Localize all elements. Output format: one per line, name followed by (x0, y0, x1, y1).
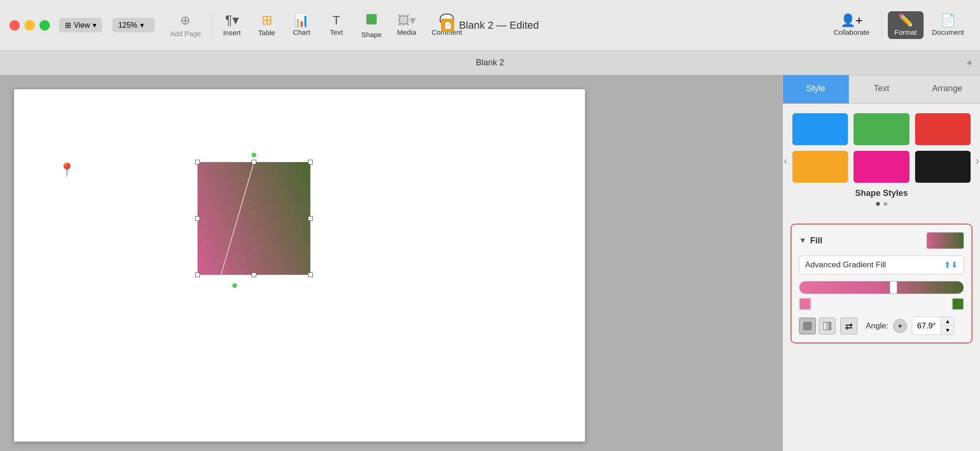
swap-button[interactable]: ⇄ (840, 318, 857, 334)
shape-styles-label: Shape Styles (792, 188, 971, 198)
color-stops (799, 298, 964, 310)
svg-rect-2 (804, 322, 811, 330)
collaborate-button[interactable]: 👤+ Collaborate (827, 11, 876, 39)
right-toolbar: 👤+ Collaborate ✏️ Format 📄 Document (827, 11, 971, 39)
fill-title: ▼ Fill (799, 236, 822, 246)
zoom-chevron-icon: ▾ (140, 21, 144, 30)
format-button[interactable]: ✏️ Format (888, 11, 924, 39)
gradient-line (198, 162, 310, 275)
table-button[interactable]: ⊞ Table (250, 11, 283, 39)
zoom-button[interactable]: 125% ▾ (112, 18, 155, 32)
handle-bottom-right[interactable] (308, 272, 313, 277)
fill-type-solid-icon (803, 321, 812, 331)
swap-icon: ⇄ (845, 320, 853, 332)
prev-styles-button[interactable]: ‹ (784, 155, 787, 167)
pagination-dots (792, 202, 971, 206)
media-icon: 🖼▾ (397, 14, 416, 26)
swatch-red[interactable] (915, 113, 971, 145)
fill-preview[interactable] (926, 232, 964, 249)
fill-panel: ▼ Fill Advanced Gradient Fill ⬆⬇ (790, 224, 972, 343)
gradient-track[interactable] (799, 281, 964, 294)
swatch-pink[interactable] (854, 151, 909, 183)
fill-type-buttons (799, 318, 836, 334)
angle-row: ⇄ Angle: 67.9° ▲ ▼ (799, 317, 964, 335)
right-panel: Style Text Arrange ‹ › Shape Styles (782, 75, 980, 451)
center-toolbar: ¶▾ Insert ⊞ Table 📊 Chart T Text Shape 🖼… (215, 9, 468, 41)
svg-rect-3 (823, 322, 831, 330)
gradient-slider-container (799, 281, 964, 310)
main-layout: 📍 (0, 75, 980, 451)
handle-middle-right[interactable] (308, 216, 313, 221)
dot-1 (876, 202, 880, 206)
fill-type-solid-btn[interactable] (799, 318, 816, 334)
view-icon: ⊞ (65, 21, 71, 30)
maximize-button[interactable] (40, 20, 50, 31)
handle-top-left[interactable] (195, 160, 200, 164)
angle-dial-dot (899, 325, 901, 327)
document-button[interactable]: 📄 Document (925, 11, 971, 39)
swatch-black[interactable] (915, 151, 971, 183)
media-button[interactable]: 🖼▾ Media (390, 11, 423, 39)
handle-middle-left[interactable] (195, 216, 200, 221)
svg-rect-0 (366, 14, 377, 24)
fill-type-dropdown[interactable]: Advanced Gradient Fill ⬆⬇ (799, 256, 964, 274)
color-stop-left[interactable] (799, 298, 811, 310)
app-icon: 📄 (441, 19, 454, 32)
swatch-blue[interactable] (792, 113, 848, 145)
left-toolbar: ⊞ View ▾ 125% ▾ ⊕ Add Page (59, 10, 207, 40)
next-styles-button[interactable]: › (976, 155, 979, 167)
gradient-shape[interactable] (198, 162, 310, 275)
collaborate-icon: 👤+ (840, 14, 862, 26)
svg-line-1 (221, 162, 254, 275)
add-page-button[interactable]: ⊕ Add Page (163, 10, 207, 40)
text-button[interactable]: T Text (320, 11, 353, 39)
gradient-control-bottom[interactable] (231, 282, 238, 289)
handle-top-center[interactable] (252, 160, 256, 164)
tab-style[interactable]: Style (783, 75, 849, 103)
style-swatches (792, 113, 971, 183)
minimize-button[interactable] (24, 20, 35, 31)
zoom-value: 125% (118, 21, 137, 30)
title-bar: ⊞ View ▾ 125% ▾ ⊕ Add Page ¶▾ Insert ⊞ T… (0, 0, 980, 51)
right-sep (882, 14, 882, 37)
swatch-green[interactable] (854, 113, 909, 145)
angle-stepper: ▲ ▼ (940, 317, 954, 334)
format-icon: ✏️ (898, 14, 913, 26)
shape-styles-area: ‹ › Shape Styles (783, 104, 980, 218)
add-page-icon: ⊕ (180, 13, 190, 28)
tab-title: Blank 2 (476, 58, 504, 68)
tab-arrange[interactable]: Arrange (914, 75, 980, 103)
chart-button[interactable]: 📊 Chart (285, 11, 318, 39)
tab-text[interactable]: Text (849, 75, 915, 103)
close-button[interactable] (9, 20, 20, 31)
angle-decrement-button[interactable]: ▼ (941, 326, 954, 334)
angle-label: Angle: (866, 321, 888, 331)
shape-button[interactable]: Shape (355, 9, 388, 41)
text-icon: T (332, 14, 340, 26)
view-button[interactable]: ⊞ View ▾ (59, 18, 102, 32)
angle-increment-button[interactable]: ▲ (941, 317, 954, 326)
chart-icon: 📊 (294, 14, 309, 26)
canvas-area[interactable]: 📍 (0, 75, 782, 451)
tab-bar: Blank 2 + (0, 51, 980, 75)
insert-button[interactable]: ¶▾ Insert (215, 11, 248, 39)
swatch-yellow[interactable] (792, 151, 848, 183)
handle-top-right[interactable] (308, 160, 313, 164)
fill-type-gradient-btn[interactable] (819, 318, 836, 334)
color-stop-right[interactable] (952, 298, 964, 310)
handle-bottom-left[interactable] (195, 272, 200, 277)
document-icon: 📄 (940, 14, 956, 26)
fill-type-gradient-icon (822, 321, 832, 331)
dot-2 (884, 202, 887, 206)
gradient-control-top[interactable] (251, 152, 257, 158)
fill-header: ▼ Fill (799, 232, 964, 249)
gradient-thumb[interactable] (890, 281, 897, 294)
angle-value[interactable]: 67.9° (912, 319, 940, 334)
angle-dial[interactable] (893, 319, 907, 333)
view-label: View (74, 21, 90, 30)
angle-value-container: 67.9° ▲ ▼ (912, 317, 955, 335)
add-tab-button[interactable]: + (966, 57, 972, 69)
shape-container[interactable] (198, 162, 310, 275)
handle-bottom-center[interactable] (252, 272, 256, 277)
fill-chevron-icon: ▼ (799, 236, 806, 245)
